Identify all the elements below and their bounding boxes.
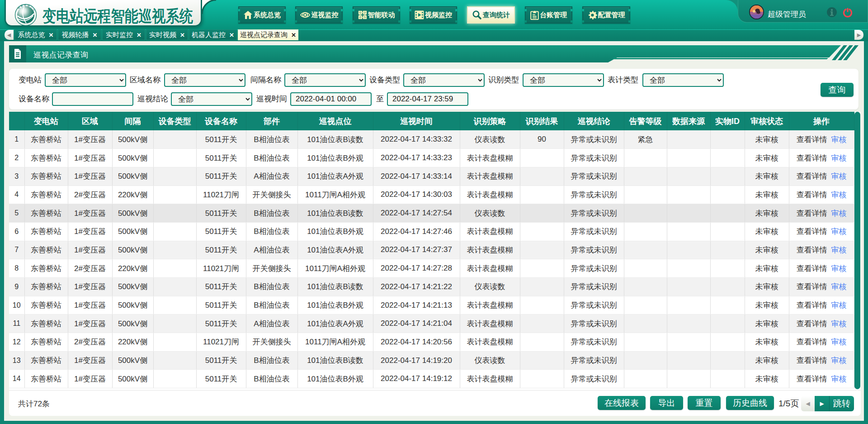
- svg-text:电: 电: [24, 4, 27, 7]
- svg-text:网: 网: [27, 5, 30, 8]
